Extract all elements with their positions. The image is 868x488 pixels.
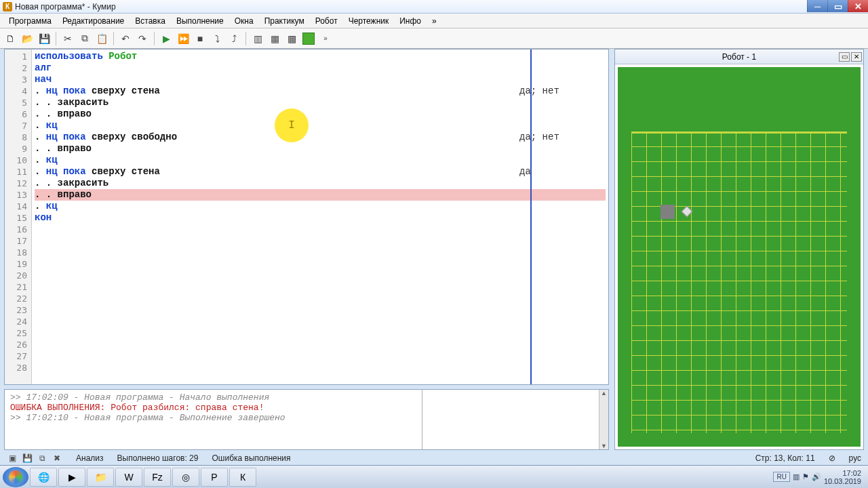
robot-field[interactable] (618, 67, 861, 447)
layout3-icon[interactable]: ▩ (284, 31, 299, 46)
tray-lang[interactable]: RU (773, 472, 789, 482)
status-cursor: Стр: 13, Кол: 11 (755, 453, 815, 463)
margin-note (517, 74, 608, 85)
code-area[interactable]: использовать Роботалгнач. нц пока сверху… (32, 49, 608, 384)
robot-grid (631, 131, 847, 433)
redo-icon[interactable]: ↷ (135, 31, 150, 46)
menu-item[interactable]: » (427, 15, 441, 27)
taskbar: 🌐▶📁WFz◎PК RU ▥ ⚑ 🔊 17:02 10.03.2019 (0, 465, 868, 488)
window-controls: ─ ▭ ✕ (807, 0, 868, 12)
menu-item[interactable]: Чертежник (344, 15, 394, 27)
console-output[interactable]: >> 17:02:09 - Новая программа - Начало в… (5, 390, 422, 449)
code-editor[interactable]: 1234567891011121314151617181920212223242… (4, 49, 609, 385)
tray-time: 17:02 (824, 469, 861, 477)
console-line: >> 17:02:10 - Новая программа - Выполнен… (10, 413, 416, 423)
window-title: Новая программа* - Кумир (15, 2, 116, 12)
taskbar-app[interactable]: P (201, 468, 228, 487)
taskbar-app[interactable]: К (229, 468, 256, 487)
status-lang: рус (849, 453, 861, 463)
menubar: ПрограммаРедактированиеВставкаВыполнение… (0, 14, 868, 28)
cut-icon[interactable]: ✂ (60, 31, 75, 46)
margin-note: да (517, 166, 608, 178)
menu-item[interactable]: Практикум (260, 15, 309, 27)
margin-note (517, 155, 608, 166)
console-line: ОШИБКА ВЫПОЛНЕНИЯ: Робот разбился: справ… (10, 403, 416, 413)
system-tray: RU ▥ ⚑ 🔊 17:02 10.03.2019 (773, 469, 865, 485)
menu-item[interactable]: Программа (4, 15, 56, 27)
save-file-icon[interactable]: 💾 (37, 31, 52, 46)
stop-icon[interactable]: ■ (193, 31, 208, 46)
margin-note (517, 270, 608, 281)
taskbar-app[interactable]: 📁 (87, 468, 114, 487)
menu-item[interactable]: Инфо (395, 15, 426, 27)
status-icon-1[interactable]: ▣ (7, 453, 18, 464)
robot-close-icon[interactable]: ✕ (851, 52, 862, 62)
taskbar-app[interactable]: ▶ (58, 468, 85, 487)
robot-panel: Робот - 1 ▭ ✕ (614, 49, 864, 450)
margin-note (517, 339, 608, 350)
layout2-icon[interactable]: ▦ (267, 31, 282, 46)
menu-item[interactable]: Редактирование (58, 15, 129, 27)
margin-note: да; нет (517, 85, 608, 97)
app-icon: К (3, 2, 12, 12)
status-ovr-icon: ⊘ (829, 453, 835, 463)
minimize-button[interactable]: ─ (807, 0, 827, 12)
taskbar-app[interactable]: 🌐 (30, 468, 57, 487)
menu-item[interactable]: Выполнение (172, 15, 229, 27)
toolbar: 🗋 📂 💾 ✂ ⧉ 📋 ↶ ↷ ▶ ⏩ ■ ⤵ ⤴ ▥ ▦ ▩ » (0, 28, 868, 49)
taskbar-app[interactable]: W (115, 468, 142, 487)
status-delete-icon[interactable]: ✖ (52, 453, 62, 464)
menu-item[interactable]: Окна (230, 15, 258, 27)
margin-note (517, 293, 608, 304)
console-line: >> 17:02:09 - Новая программа - Начало в… (10, 392, 416, 403)
status-copy-icon[interactable]: ⧉ (37, 453, 47, 464)
taskbar-app[interactable]: Fz (144, 468, 171, 487)
taskbar-app[interactable]: ◎ (172, 468, 199, 487)
margin-note (517, 362, 608, 373)
console-secondary[interactable] (422, 390, 599, 449)
margin-note (517, 235, 608, 247)
new-file-icon[interactable]: 🗋 (3, 31, 18, 46)
start-button[interactable] (3, 467, 28, 487)
console-panel: >> 17:02:09 - Новая программа - Начало в… (4, 389, 609, 450)
robot-panel-title: Робот - 1 ▭ ✕ (615, 49, 863, 64)
margin-note (517, 350, 608, 362)
margin-note (517, 281, 608, 293)
scroll-up-icon[interactable]: ▲ (599, 390, 608, 396)
step-over-icon[interactable]: ⤴ (226, 31, 241, 46)
margin-note (517, 316, 608, 327)
tray-clock[interactable]: 17:02 10.03.2019 (824, 469, 861, 485)
margin-note (517, 224, 608, 235)
step-into-icon[interactable]: ⤵ (210, 31, 224, 46)
step-icon[interactable]: ⏩ (176, 31, 191, 46)
tray-flag-icon[interactable]: ▥ (793, 472, 800, 481)
painted-cell (660, 205, 675, 219)
status-save-icon[interactable]: 💾 (22, 453, 33, 464)
margin-note (517, 108, 608, 120)
tray-network-icon[interactable]: ⚑ (802, 472, 809, 481)
maximize-button[interactable]: ▭ (827, 0, 848, 12)
robot-dock-icon[interactable]: ▭ (839, 52, 850, 62)
layout1-icon[interactable]: ▥ (250, 31, 265, 46)
robot-field-icon[interactable] (301, 31, 316, 46)
paste-icon[interactable]: 📋 (94, 31, 109, 46)
margin-note (517, 51, 608, 62)
menu-item[interactable]: Робот (311, 15, 342, 27)
scroll-down-icon[interactable]: ▼ (599, 443, 608, 449)
open-file-icon[interactable]: 📂 (20, 31, 35, 46)
margin-note (517, 62, 608, 74)
status-bar: ▣ 💾 ⧉ ✖ Анализ Выполнено шагов: 29 Ошибк… (4, 451, 864, 465)
scrollbar[interactable]: ▲▼ (599, 390, 608, 449)
more-icon[interactable]: » (318, 31, 333, 46)
margin-note (517, 143, 608, 155)
menu-item[interactable]: Вставка (130, 15, 170, 27)
close-button[interactable]: ✕ (848, 0, 868, 12)
copy-icon[interactable]: ⧉ (77, 31, 92, 46)
margin-note (517, 178, 608, 189)
run-icon[interactable]: ▶ (159, 31, 174, 46)
tray-volume-icon[interactable]: 🔊 (812, 472, 821, 481)
margin-note (517, 327, 608, 339)
margin-note (517, 258, 608, 270)
titlebar: К Новая программа* - Кумир ─ ▭ ✕ (0, 0, 868, 14)
undo-icon[interactable]: ↶ (118, 31, 133, 46)
